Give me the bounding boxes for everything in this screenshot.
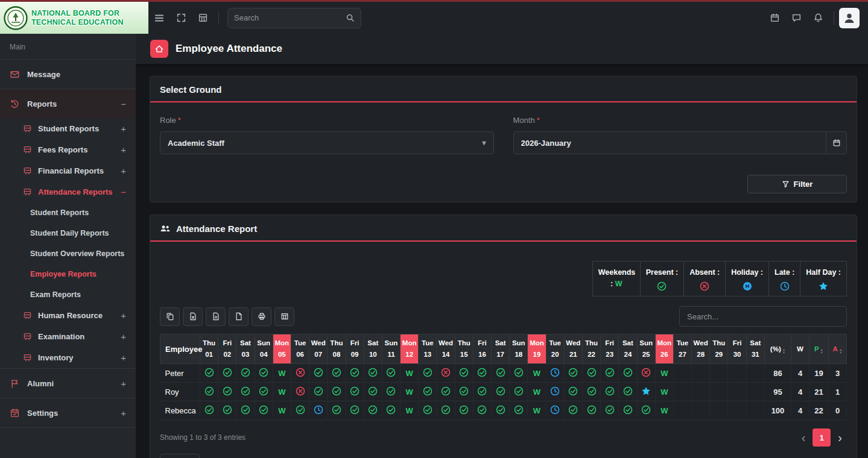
rows-per-page-select[interactable]: 25 ▾ bbox=[160, 454, 200, 458]
topbar-search-input[interactable] bbox=[234, 13, 346, 22]
col-sun-11[interactable]: Sun11 bbox=[382, 334, 400, 364]
day-cell bbox=[291, 401, 309, 420]
notifications-button[interactable] bbox=[809, 8, 827, 28]
col-mon-12[interactable]: Mon12 bbox=[401, 334, 419, 364]
col-wed-28[interactable]: Wed28 bbox=[692, 334, 710, 364]
month-input[interactable] bbox=[513, 131, 827, 154]
page-number-button[interactable]: 1 bbox=[813, 428, 831, 447]
people-icon bbox=[160, 223, 171, 234]
present-icon bbox=[583, 386, 600, 396]
col-sat-10[interactable]: Sat10 bbox=[364, 334, 382, 364]
select-ground-title: Select Ground bbox=[160, 84, 222, 95]
col-mon-19[interactable]: Mon19 bbox=[528, 334, 546, 364]
col-fri-23[interactable]: Fri23 bbox=[601, 334, 619, 364]
home-button[interactable] bbox=[150, 40, 168, 58]
column-visibility-button[interactable] bbox=[274, 307, 294, 326]
topbar-search[interactable] bbox=[227, 8, 361, 28]
quick-grid-button[interactable] bbox=[194, 8, 212, 28]
col-fri-02[interactable]: Fri02 bbox=[218, 334, 236, 364]
day-cell bbox=[492, 401, 510, 420]
sidebar-item-settings[interactable]: Settings+ bbox=[0, 398, 136, 427]
col-mon-05[interactable]: Mon05 bbox=[273, 334, 291, 364]
col-sat-17[interactable]: Sat17 bbox=[492, 334, 510, 364]
attendance-row: RoyWWWW954211 bbox=[160, 383, 847, 401]
col-tue-13[interactable]: Tue13 bbox=[419, 334, 437, 364]
employee-name: Peter bbox=[160, 364, 200, 383]
col-tue-20[interactable]: Tue20 bbox=[546, 334, 564, 364]
col-thu-29[interactable]: Thu29 bbox=[710, 334, 728, 364]
copy-button[interactable] bbox=[160, 307, 180, 326]
messages-button[interactable] bbox=[787, 8, 805, 28]
sidebar-item-attendance-reports[interactable]: Attendance Reports− bbox=[0, 181, 136, 202]
sidebar-item-inventory[interactable]: Inventory+ bbox=[0, 347, 136, 368]
export-excel-button[interactable] bbox=[183, 307, 203, 326]
export-pdf-button[interactable] bbox=[229, 307, 249, 326]
col-a[interactable]: A▲▼ bbox=[829, 334, 847, 364]
col-employee[interactable]: Employee bbox=[160, 334, 200, 364]
col-fri-16[interactable]: Fri16 bbox=[473, 334, 491, 364]
report-icon bbox=[23, 145, 32, 154]
sidebar-menu: MessageReports−Student Reports+Fees Repo… bbox=[0, 59, 136, 427]
col-sat-31[interactable]: Sat31 bbox=[746, 334, 764, 364]
export-csv-button[interactable] bbox=[206, 307, 226, 326]
col-wed-14[interactable]: Wed14 bbox=[437, 334, 455, 364]
month-picker-button[interactable] bbox=[826, 131, 847, 154]
day-cell: W bbox=[401, 401, 419, 420]
sidebar-item-exam-reports[interactable]: Exam Reports bbox=[0, 284, 136, 305]
role-label: Role* bbox=[160, 116, 494, 125]
table-search[interactable] bbox=[679, 306, 847, 327]
col-wed-21[interactable]: Wed21 bbox=[564, 334, 582, 364]
col-thu-01[interactable]: Thu01 bbox=[200, 334, 218, 364]
col-wed-07[interactable]: Wed07 bbox=[309, 334, 328, 364]
calendar-button[interactable] bbox=[765, 8, 784, 28]
sidebar-item-message[interactable]: Message bbox=[0, 59, 136, 89]
sidebar-item-examination[interactable]: Examination+ bbox=[0, 326, 136, 347]
col-w[interactable]: W bbox=[791, 334, 809, 364]
prev-page-button[interactable]: ‹ bbox=[802, 431, 806, 444]
day-cell bbox=[236, 364, 255, 383]
day-cell: W bbox=[655, 401, 673, 420]
col-sat-03[interactable]: Sat03 bbox=[236, 334, 255, 364]
sidebar-toggle-button[interactable] bbox=[150, 8, 168, 28]
col-sun-25[interactable]: Sun25 bbox=[637, 334, 655, 364]
col-sun-04[interactable]: Sun04 bbox=[255, 334, 273, 364]
col-fri-30[interactable]: Fri30 bbox=[728, 334, 746, 364]
col-thu-15[interactable]: Thu15 bbox=[455, 334, 473, 364]
sidebar-item-employee-reports[interactable]: Employee Reports bbox=[0, 264, 136, 284]
rows-per-page: 25 ▾ rows per page bbox=[160, 454, 847, 458]
sidebar-item-financial-reports[interactable]: Financial Reports+ bbox=[0, 160, 136, 181]
col-tue-27[interactable]: Tue27 bbox=[673, 334, 691, 364]
brand-logo[interactable]: NATIONAL BOARD FOR TECHNICAL EDUCATION bbox=[0, 2, 148, 34]
table-search-input[interactable] bbox=[687, 312, 839, 321]
sidebar-item-attendance-student-reports[interactable]: Student Reports bbox=[0, 202, 136, 223]
next-page-button[interactable]: › bbox=[838, 431, 842, 444]
col-thu-22[interactable]: Thu22 bbox=[582, 334, 600, 364]
col-p[interactable]: P▲▼ bbox=[809, 334, 829, 364]
col-thu-08[interactable]: Thu08 bbox=[328, 334, 346, 364]
user-avatar[interactable] bbox=[839, 8, 860, 28]
day-cell bbox=[564, 364, 582, 383]
day-cell bbox=[455, 401, 473, 420]
role-select-value: Academic Staff bbox=[168, 139, 224, 148]
filter-button[interactable]: Filter bbox=[747, 175, 847, 193]
sidebar-item-student-overview-reports[interactable]: Student Overview Reports bbox=[0, 243, 136, 264]
col-pct[interactable]: (%)▲▼ bbox=[765, 334, 791, 364]
col-mon-26[interactable]: Mon26 bbox=[655, 334, 673, 364]
sidebar-item-student-daily-reports[interactable]: Student Daily Reports bbox=[0, 223, 136, 243]
sidebar-item-human-resource[interactable]: Human Resource+ bbox=[0, 305, 136, 326]
role-select[interactable]: Academic Staff ▾ bbox=[160, 131, 494, 154]
present-icon bbox=[364, 405, 382, 415]
col-sun-18[interactable]: Sun18 bbox=[510, 334, 528, 364]
sidebar-item-reports[interactable]: Reports− bbox=[0, 89, 136, 118]
col-sat-24[interactable]: Sat24 bbox=[619, 334, 637, 364]
day-cell bbox=[255, 383, 273, 401]
sidebar-item-alumni[interactable]: Alumni+ bbox=[0, 368, 136, 398]
present-icon bbox=[510, 405, 527, 415]
fullscreen-button[interactable] bbox=[172, 8, 190, 28]
col-tue-06[interactable]: Tue06 bbox=[291, 334, 309, 364]
col-fri-09[interactable]: Fri09 bbox=[346, 334, 364, 364]
day-cell: W bbox=[655, 364, 673, 383]
sidebar-item-student-reports[interactable]: Student Reports+ bbox=[0, 118, 136, 139]
sidebar-item-fees-reports[interactable]: Fees Reports+ bbox=[0, 139, 136, 160]
print-button[interactable] bbox=[252, 307, 271, 326]
